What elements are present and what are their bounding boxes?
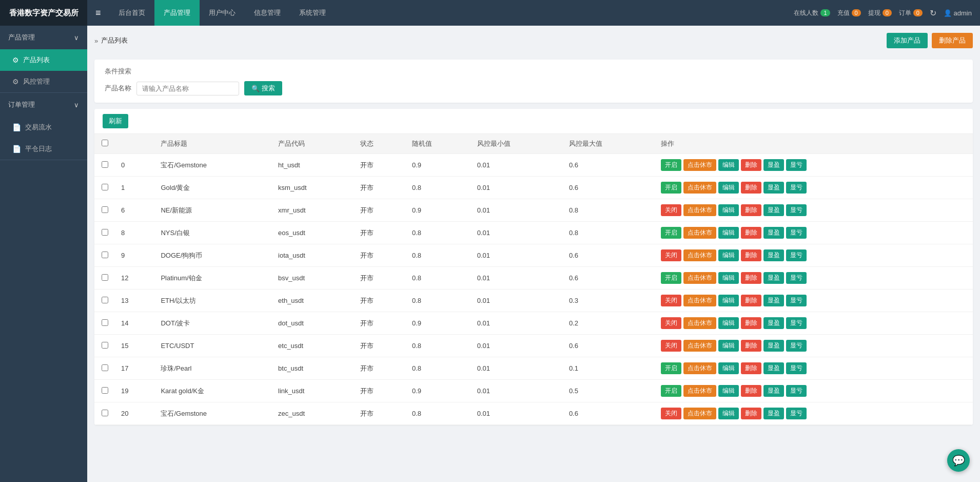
open-close-button[interactable]: 开启 [661, 272, 681, 284]
delete-button[interactable]: 删除 [741, 385, 761, 397]
stop-market-button[interactable]: 点击休市 [683, 204, 716, 216]
show-loss-button[interactable]: 显亏 [786, 317, 807, 329]
user-info[interactable]: 👤 admin [944, 9, 972, 17]
sidebar-item-trade-flow[interactable]: 📄 交易流水 [0, 117, 87, 138]
edit-button[interactable]: 编辑 [718, 182, 739, 194]
row-checkbox[interactable] [102, 410, 108, 416]
stop-market-button[interactable]: 点击休市 [683, 317, 716, 329]
open-close-button[interactable]: 开启 [661, 227, 681, 239]
edit-button[interactable]: 编辑 [718, 385, 739, 397]
refresh-button[interactable]: 刷新 [103, 114, 128, 128]
delete-button[interactable]: 删除 [741, 295, 761, 306]
edit-button[interactable]: 编辑 [718, 408, 739, 419]
chat-icon[interactable]: 💬 [947, 449, 970, 472]
open-close-button[interactable]: 关闭 [661, 204, 681, 216]
stop-market-button[interactable]: 点击休市 [683, 362, 716, 374]
nav-item-dashboard[interactable]: 后台首页 [109, 0, 154, 26]
row-checkbox[interactable] [102, 206, 108, 213]
show-loss-button[interactable]: 显亏 [786, 182, 807, 194]
open-close-button[interactable]: 关闭 [661, 295, 681, 306]
edit-button[interactable]: 编辑 [718, 272, 739, 284]
stop-market-button[interactable]: 点击休市 [683, 385, 716, 397]
show-loss-button[interactable]: 显亏 [786, 272, 807, 284]
edit-button[interactable]: 编辑 [718, 159, 739, 171]
show-loss-button[interactable]: 显亏 [786, 408, 807, 419]
open-close-button[interactable]: 开启 [661, 385, 681, 397]
show-loss-button[interactable]: 显亏 [786, 295, 807, 306]
delete-button[interactable]: 删除 [741, 204, 761, 216]
nav-item-system[interactable]: 系统管理 [290, 0, 335, 26]
delete-button[interactable]: 删除 [741, 408, 761, 419]
select-all-checkbox[interactable] [102, 140, 108, 146]
row-checkbox[interactable] [102, 297, 108, 303]
row-checkbox[interactable] [102, 364, 108, 371]
row-checkbox[interactable] [102, 342, 108, 349]
nav-item-info[interactable]: 信息管理 [245, 0, 290, 26]
show-loss-button[interactable]: 显亏 [786, 340, 807, 352]
stop-market-button[interactable]: 点击休市 [683, 227, 716, 239]
show-profit-button[interactable]: 显盈 [763, 272, 784, 284]
stop-market-button[interactable]: 点击休市 [683, 295, 716, 306]
open-close-button[interactable]: 关闭 [661, 340, 681, 352]
delete-product-button[interactable]: 删除产品 [932, 33, 973, 48]
row-checkbox[interactable] [102, 319, 108, 326]
refresh-icon[interactable]: ↻ [930, 8, 936, 18]
edit-button[interactable]: 编辑 [718, 362, 739, 374]
show-profit-button[interactable]: 显盈 [763, 295, 784, 306]
add-product-button[interactable]: 添加产品 [887, 33, 928, 48]
show-profit-button[interactable]: 显盈 [763, 204, 784, 216]
edit-button[interactable]: 编辑 [718, 295, 739, 306]
delete-button[interactable]: 删除 [741, 182, 761, 194]
sidebar-header-products[interactable]: 产品管理 ∨ [0, 26, 87, 49]
show-profit-button[interactable]: 显盈 [763, 182, 784, 194]
show-loss-button[interactable]: 显亏 [786, 385, 807, 397]
delete-button[interactable]: 删除 [741, 272, 761, 284]
menu-toggle-icon[interactable]: ≡ [87, 8, 109, 18]
order-item[interactable]: 订单 0 [899, 9, 923, 17]
show-profit-button[interactable]: 显盈 [763, 362, 784, 374]
edit-button[interactable]: 编辑 [718, 249, 739, 261]
show-loss-button[interactable]: 显亏 [786, 227, 807, 239]
open-close-button[interactable]: 关闭 [661, 249, 681, 261]
withdraw-item[interactable]: 提现 0 [868, 9, 892, 17]
show-profit-button[interactable]: 显盈 [763, 408, 784, 419]
stop-market-button[interactable]: 点击休市 [683, 182, 716, 194]
stop-market-button[interactable]: 点击休市 [683, 272, 716, 284]
show-profit-button[interactable]: 显盈 [763, 340, 784, 352]
row-checkbox[interactable] [102, 252, 108, 258]
delete-button[interactable]: 删除 [741, 159, 761, 171]
nav-item-products[interactable]: 产品管理 [154, 0, 200, 26]
edit-button[interactable]: 编辑 [718, 340, 739, 352]
row-checkbox[interactable] [102, 387, 108, 394]
edit-button[interactable]: 编辑 [718, 227, 739, 239]
sidebar-item-risk-control[interactable]: ⚙ 风控管理 [0, 71, 87, 92]
stop-market-button[interactable]: 点击休市 [683, 159, 716, 171]
row-checkbox[interactable] [102, 161, 108, 168]
show-profit-button[interactable]: 显盈 [763, 159, 784, 171]
sidebar-item-product-list[interactable]: ⚙ 产品列表 [0, 49, 87, 71]
sidebar-item-close-log[interactable]: 📄 平仓日志 [0, 138, 87, 160]
show-loss-button[interactable]: 显亏 [786, 204, 807, 216]
edit-button[interactable]: 编辑 [718, 204, 739, 216]
show-loss-button[interactable]: 显亏 [786, 362, 807, 374]
open-close-button[interactable]: 关闭 [661, 408, 681, 419]
show-loss-button[interactable]: 显亏 [786, 249, 807, 261]
row-checkbox[interactable] [102, 229, 108, 236]
search-input[interactable] [136, 82, 239, 95]
stop-market-button[interactable]: 点击休市 [683, 408, 716, 419]
nav-item-users[interactable]: 用户中心 [200, 0, 245, 26]
open-close-button[interactable]: 关闭 [661, 317, 681, 329]
stop-market-button[interactable]: 点击休市 [683, 340, 716, 352]
delete-button[interactable]: 删除 [741, 317, 761, 329]
edit-button[interactable]: 编辑 [718, 317, 739, 329]
delete-button[interactable]: 删除 [741, 227, 761, 239]
stop-market-button[interactable]: 点击休市 [683, 249, 716, 261]
show-profit-button[interactable]: 显盈 [763, 227, 784, 239]
open-close-button[interactable]: 开启 [661, 159, 681, 171]
delete-button[interactable]: 删除 [741, 340, 761, 352]
open-close-button[interactable]: 开启 [661, 362, 681, 374]
show-loss-button[interactable]: 显亏 [786, 159, 807, 171]
row-checkbox[interactable] [102, 274, 108, 281]
open-close-button[interactable]: 开启 [661, 182, 681, 194]
delete-button[interactable]: 删除 [741, 362, 761, 374]
